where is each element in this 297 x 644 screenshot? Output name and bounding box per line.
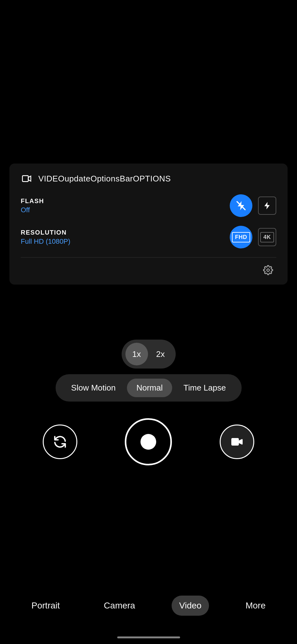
options-panel: VIDEOupdateOptionsBarOPTIONS FLASH Off — [9, 164, 288, 285]
zoom-2x-button[interactable]: 2x — [149, 343, 172, 365]
camera-viewfinder — [0, 0, 297, 644]
4k-badge: 4K — [260, 232, 274, 242]
fhd-button[interactable]: FHD — [230, 226, 252, 248]
settings-row — [21, 263, 276, 277]
resolution-label-group: RESOLUTION Full HD (1080P) — [21, 229, 70, 246]
flash-on-button[interactable] — [258, 197, 276, 215]
resolution-controls: FHD 4K — [230, 226, 276, 248]
video-label: Video — [179, 601, 201, 610]
flash-label: FLASH — [21, 197, 44, 205]
resolution-option-row: RESOLUTION Full HD (1080P) FHD 4K — [21, 226, 276, 248]
slow-motion-mode-button[interactable]: Slow Motion — [62, 379, 125, 397]
video-camera-icon — [21, 172, 33, 185]
camera-label: Camera — [104, 601, 135, 610]
portrait-label: Portrait — [31, 601, 60, 610]
options-header: VIDEOupdateOptionsBarOPTIONS — [21, 172, 276, 185]
resolution-value: Full HD (1080P) — [21, 237, 70, 246]
camera-controls — [0, 418, 297, 465]
time-lapse-label: Time Lapse — [184, 383, 226, 392]
settings-button[interactable] — [261, 263, 275, 277]
flash-label-group: FLASH Off — [21, 197, 44, 214]
camera-nav-item[interactable]: Camera — [96, 596, 143, 616]
more-nav-item[interactable]: More — [238, 596, 273, 616]
resolution-label: RESOLUTION — [21, 229, 70, 236]
flash-off-button[interactable] — [230, 194, 252, 217]
normal-label: Normal — [136, 383, 163, 392]
4k-button[interactable]: 4K — [258, 228, 276, 246]
flash-value: Off — [21, 206, 44, 214]
zoom-2x-label: 2x — [156, 349, 165, 359]
mode-selector: Slow Motion Normal Time Lapse — [55, 374, 241, 402]
svg-rect-0 — [22, 176, 28, 182]
fhd-badge: FHD — [232, 232, 250, 242]
zoom-controls: 1x 2x — [122, 340, 176, 369]
zoom-1x-button[interactable]: 1x — [125, 343, 148, 365]
divider — [21, 257, 276, 258]
flip-camera-button[interactable] — [43, 425, 77, 459]
time-lapse-mode-button[interactable]: Time Lapse — [174, 379, 235, 397]
home-indicator — [117, 636, 180, 638]
capture-inner — [140, 434, 156, 450]
video-nav-item[interactable]: Video — [172, 596, 209, 616]
portrait-nav-item[interactable]: Portrait — [24, 596, 67, 616]
more-label: More — [245, 601, 266, 610]
slow-motion-label: Slow Motion — [71, 383, 116, 392]
video-mode-button[interactable] — [220, 425, 254, 459]
flash-controls — [230, 194, 276, 217]
bottom-nav: Portrait Camera Video More — [0, 596, 297, 616]
flash-option-row: FLASH Off — [21, 194, 276, 217]
zoom-1x-label: 1x — [132, 349, 141, 359]
svg-point-2 — [267, 269, 269, 271]
normal-mode-button[interactable]: Normal — [127, 379, 172, 397]
options-header-title: VIDEOupdateOptionsBarOPTIONS — [38, 174, 171, 184]
capture-button[interactable] — [125, 418, 172, 465]
